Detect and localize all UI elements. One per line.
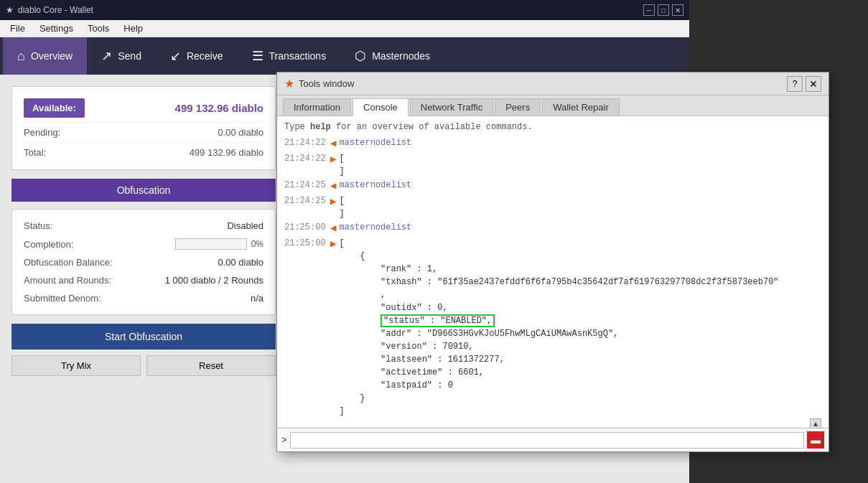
app-icon: ★ <box>6 5 14 15</box>
try-mix-button[interactable]: Try Mix <box>11 355 141 376</box>
minimize-button[interactable]: ─ <box>643 4 655 16</box>
console-line: 21:24:25 ▶ [ ] <box>284 194 821 220</box>
receive-icon: ↙ <box>170 48 181 64</box>
status-row: Status: Disabled <box>24 217 263 235</box>
console-input[interactable] <box>290 432 804 449</box>
tab-network-traffic[interactable]: Network Traffic <box>410 98 493 116</box>
console-output: [ { "rank" : 1, "txhash" : "61f35ae2437e… <box>339 237 778 418</box>
pending-label: Pending: <box>24 127 60 138</box>
total-value: 499 132.96 diablo <box>190 147 263 158</box>
progress-bar <box>175 238 247 250</box>
denom-value: n/a <box>251 293 263 304</box>
console-send-button[interactable]: ▬ <box>807 431 824 449</box>
tools-title-left: ★ Tools window <box>284 77 354 90</box>
home-icon: ⌂ <box>17 49 25 64</box>
masternodes-icon: ⬡ <box>355 48 366 64</box>
nav-transactions-label: Transactions <box>269 50 327 62</box>
pending-row: Pending: 0.00 diablo <box>24 123 263 143</box>
console-line: 21:24:22 ◀ masternodelist <box>284 136 821 151</box>
tools-tabs: Information Console Network Traffic Peer… <box>277 95 829 116</box>
denom-row: Submitted Denom: n/a <box>24 289 263 307</box>
console-line: 21:25:00 ▶ [ { "rank" : 1, "txhash" : "6… <box>284 237 821 418</box>
main-window: ★ diablo Core - Wallet ─ □ ✕ File Settin… <box>0 0 689 483</box>
tab-console[interactable]: Console <box>353 98 409 116</box>
console-timestamp: 21:25:00 <box>284 237 327 250</box>
menu-bar: File Settings Tools Help <box>0 20 689 37</box>
nav-send[interactable]: ↗ Send <box>87 37 156 75</box>
tools-close-button[interactable]: ✕ <box>806 76 821 92</box>
balance-section: Available: 499 132.96 diablo Pending: 0.… <box>11 86 276 170</box>
menu-settings[interactable]: Settings <box>32 22 80 35</box>
console-area[interactable]: Type help for an overview of available c… <box>277 116 829 428</box>
reset-button[interactable]: Reset <box>146 355 276 376</box>
status-highlight: "status" : "ENABLED", <box>381 314 495 327</box>
obf-balance-row: Obfuscation Balance: 0.00 diablo <box>24 253 263 271</box>
maximize-button[interactable]: □ <box>658 4 669 16</box>
nav-send-label: Send <box>118 50 141 62</box>
window-title: diablo Core - Wallet <box>18 5 93 15</box>
completion-label: Completion: <box>24 239 73 250</box>
status-value: Disabled <box>227 220 263 231</box>
arrow-in-icon: ◀ <box>330 179 336 194</box>
console-timestamp: 21:24:25 <box>284 194 327 207</box>
console-timestamp: 21:25:00 <box>284 221 327 234</box>
console-command: masternodelist <box>339 179 411 192</box>
title-bar: ★ diablo Core - Wallet ─ □ ✕ <box>0 0 689 20</box>
arrow-out-icon: ▶ <box>330 237 336 252</box>
denom-label: Submitted Denom: <box>24 293 101 304</box>
start-obfuscation-button[interactable]: Start Obfuscation <box>11 324 276 350</box>
nav-masternodes[interactable]: ⬡ Masternodes <box>340 37 444 75</box>
completion-pct: 0% <box>251 239 263 249</box>
amount-label: Amount and Rounds: <box>24 275 111 286</box>
tab-peers[interactable]: Peers <box>495 98 541 116</box>
pending-value: 0.00 diablo <box>218 127 263 138</box>
title-bar-left: ★ diablo Core - Wallet <box>6 5 93 15</box>
console-line: 21:24:25 ◀ masternodelist <box>284 179 821 194</box>
send-icon: ↗ <box>101 48 112 64</box>
arrow-out-icon: ▶ <box>330 152 336 167</box>
completion-row: Completion: 0% <box>24 235 263 253</box>
tools-star-icon: ★ <box>284 77 294 90</box>
obfuscation-header: Obfuscation <box>11 179 276 202</box>
menu-help[interactable]: Help <box>116 22 150 35</box>
arrow-in-icon: ◀ <box>330 136 336 151</box>
obfuscation-section: Status: Disabled Completion: 0% Obfuscat… <box>11 209 276 315</box>
console-line: 21:25:00 ◀ masternodelist <box>284 221 821 236</box>
tools-help-button[interactable]: ? <box>787 76 803 92</box>
available-value: 499 132.96 diablo <box>175 102 263 114</box>
total-row: Total: 499 132.96 diablo <box>24 143 263 162</box>
left-panel: Available: 499 132.96 diablo Pending: 0.… <box>0 75 287 483</box>
title-bar-controls: ─ □ ✕ <box>643 4 683 16</box>
amount-value: 1 000 diablo / 2 Rounds <box>165 275 263 286</box>
arrow-in-icon: ◀ <box>330 221 336 236</box>
nav-transactions[interactable]: ☰ Transactions <box>238 37 341 75</box>
tab-information[interactable]: Information <box>283 98 351 116</box>
tools-title-controls: ? ✕ <box>787 76 821 92</box>
nav-receive-label: Receive <box>187 50 223 62</box>
console-output: [ ] <box>339 194 344 220</box>
console-timestamp: 21:24:25 <box>284 179 327 192</box>
total-label: Total: <box>24 147 46 158</box>
obf-balance-label: Obfuscation Balance: <box>24 257 113 268</box>
console-command: masternodelist <box>339 136 411 149</box>
tools-title: Tools window <box>299 78 354 89</box>
menu-file[interactable]: File <box>3 22 32 35</box>
console-line: 21:24:22 ▶ [ ] <box>284 152 821 178</box>
obf-balance-value: 0.00 diablo <box>218 257 263 268</box>
nav-overview-label: Overview <box>31 50 73 62</box>
scroll-up-button[interactable]: ▲ <box>810 418 821 428</box>
console-intro-text: Type help for an overview of available c… <box>284 121 821 133</box>
transactions-icon: ☰ <box>252 48 263 64</box>
nav-masternodes-label: Masternodes <box>372 50 430 62</box>
close-button[interactable]: ✕ <box>672 4 683 16</box>
console-output: [ ] <box>339 152 344 178</box>
console-timestamp: 21:24:22 <box>284 152 327 165</box>
nav-receive[interactable]: ↙ Receive <box>156 37 238 75</box>
menu-tools[interactable]: Tools <box>80 22 116 35</box>
nav-overview[interactable]: ⌂ Overview <box>3 37 87 75</box>
amount-row: Amount and Rounds: 1 000 diablo / 2 Roun… <box>24 271 263 289</box>
console-prompt: > <box>281 435 287 446</box>
tab-wallet-repair[interactable]: Wallet Repair <box>542 98 620 116</box>
nav-bar: ⌂ Overview ↗ Send ↙ Receive ☰ Transactio… <box>0 37 689 75</box>
send-icon: ▬ <box>811 434 821 446</box>
